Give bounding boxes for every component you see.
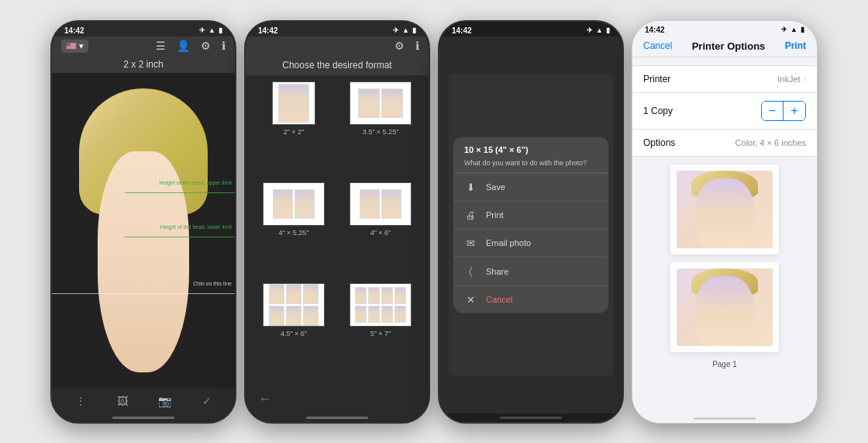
face-overlay: Height of the head, upper limit Height o… — [52, 73, 235, 389]
format-label-35x525: 3.5" × 5.25" — [363, 128, 399, 136]
check-icon[interactable]: ✓ — [202, 395, 212, 407]
chin-label: Chin on this line — [193, 281, 232, 286]
time-1: 14:42 — [64, 26, 84, 35]
format-title-label: Choose the desired format — [282, 60, 391, 71]
home-indicator-4 — [694, 417, 756, 420]
wifi-icon-2: ▲ — [402, 26, 409, 34]
inner-35x525 — [358, 88, 403, 118]
battery-icon: ▮ — [219, 26, 222, 34]
gallery-icon[interactable]: 🖼 — [117, 395, 128, 407]
home-indicator-3 — [500, 417, 562, 419]
format-thumb-2x2 — [272, 81, 315, 125]
action-share[interactable]: 〈 Share — [453, 257, 608, 286]
print-button[interactable]: Print — [785, 40, 806, 51]
back-arrow-icon: ← — [258, 391, 272, 407]
print-nav: Cancel Printer Options Print — [632, 36, 817, 57]
wifi-icon-4: ▲ — [790, 26, 797, 33]
status-bar-2: 14:42 ✈ ▲ ▮ — [246, 22, 429, 36]
mini-face-5f — [368, 306, 380, 323]
mini-face-45a — [269, 284, 284, 304]
time-4: 14:42 — [645, 26, 665, 34]
save-label: Save — [486, 182, 505, 192]
preview-page-2 — [670, 262, 779, 352]
format-label-2x2: 2" × 2" — [284, 128, 305, 136]
screen2-phone: 14:42 ✈ ▲ ▮ ⚙ ℹ Choose the desired forma… — [244, 20, 430, 424]
info-icon-2[interactable]: ℹ — [415, 40, 419, 52]
mini-face-45e — [286, 306, 301, 326]
format-label-45x6: 4.5" × 6" — [281, 330, 307, 337]
time-3: 14:42 — [452, 26, 472, 35]
action-email[interactable]: ✉ Email photo — [453, 229, 608, 257]
cancel-button[interactable]: Cancel — [643, 40, 672, 51]
camera-icon[interactable]: 📷 — [158, 395, 171, 407]
screen4-phone: 14:42 ✈ ▲ ▮ Cancel Printer Options Print… — [632, 20, 818, 424]
share-label: Share — [486, 266, 508, 275]
settings-icon[interactable]: ⚙ — [201, 40, 211, 52]
plane-icon-3: ✈ — [587, 26, 593, 34]
app-bar-1: 🇺🇸 ▾ ☰ 👤 ⚙ ℹ — [52, 36, 235, 56]
battery-icon-3: ▮ — [606, 26, 610, 34]
options-row[interactable]: Options Color, 4 × 6 inches — [632, 130, 817, 157]
mini-face-35a — [358, 88, 380, 118]
mini-face-5d — [394, 287, 406, 304]
inner-4x6 — [360, 189, 401, 219]
status-icons-2: ✈ ▲ ▮ — [393, 26, 416, 34]
printer-label: Printer — [643, 74, 670, 85]
minus-button[interactable]: − — [762, 102, 784, 120]
chevron-icon: › — [804, 74, 806, 83]
modal-title: 10 × 15 (4" × 6") — [453, 137, 608, 157]
inner-4x525 — [273, 189, 315, 219]
home-indicator-1 — [112, 417, 174, 419]
action-save[interactable]: ⬇ Save — [453, 173, 608, 201]
status-icons-3: ✈ ▲ ▮ — [587, 26, 610, 34]
plane-icon-2: ✈ — [393, 26, 399, 34]
more-icon[interactable]: ⋮ — [75, 395, 86, 407]
print-preview: Page 1 — [632, 157, 817, 376]
screen3-content: 10 × 15 (4" × 6") What do you want to do… — [439, 36, 622, 414]
format-item-45x6[interactable]: 4.5" × 6" — [253, 283, 334, 378]
format-item-5x7[interactable]: 5" × 7" — [340, 283, 421, 378]
info-icon[interactable]: ℹ — [222, 40, 226, 52]
guide-upper-line — [125, 192, 235, 193]
printer-value: InkJet › — [777, 74, 806, 84]
flag-button[interactable]: 🇺🇸 ▾ — [61, 40, 88, 53]
flag-icon: 🇺🇸 — [66, 41, 77, 51]
printer-options-title: Printer Options — [692, 40, 766, 52]
settings-icon-2[interactable]: ⚙ — [394, 40, 405, 52]
preview-photo-1 — [677, 171, 773, 248]
mini-face-35b — [381, 88, 403, 118]
printer-name: InkJet — [777, 74, 800, 84]
status-bar-1: 14:42 ✈ ▲ ▮ — [52, 22, 235, 36]
app-bar-2: ⚙ ℹ — [246, 36, 429, 55]
mini-face-5a — [355, 287, 367, 304]
battery-icon-2: ▮ — [412, 26, 416, 34]
nav-back-2[interactable]: ← — [246, 385, 429, 414]
title-bar-1: 2 x 2 inch — [52, 56, 235, 73]
printer-row[interactable]: Printer InkJet › — [632, 65, 817, 93]
mini-face-2x2 — [279, 85, 308, 122]
mini-face-5b — [368, 287, 380, 304]
preview-face-2 — [696, 276, 753, 346]
battery-icon-4: ▮ — [801, 26, 804, 33]
bottom-bar-1: ⋮ 🖼 📷 ✓ — [52, 389, 235, 414]
format-item-2x2[interactable]: 2" × 2" — [253, 81, 334, 176]
format-item-4x6[interactable]: 4" × 6" — [340, 182, 421, 277]
plus-button[interactable]: + — [784, 102, 805, 120]
action-print[interactable]: 🖨 Print — [453, 201, 608, 229]
format-thumb-35x525 — [350, 81, 412, 125]
format-thumb-45x6 — [263, 283, 325, 327]
format-item-35x525[interactable]: 3.5" × 5.25" — [340, 81, 421, 176]
mini-face-5c — [381, 287, 393, 304]
guide-upper-label: Height of the head, upper limit — [160, 180, 232, 185]
screen4: 14:42 ✈ ▲ ▮ Cancel Printer Options Print… — [632, 21, 817, 423]
preview-page-1 — [670, 164, 779, 254]
chin-line — [52, 293, 235, 294]
person-icon[interactable]: 👤 — [177, 40, 190, 52]
format-thumb-5x7 — [350, 283, 412, 327]
inner-45x6 — [267, 284, 321, 326]
cancel-icon: ✕ — [464, 293, 477, 305]
message-icon[interactable]: ☰ — [156, 40, 166, 52]
preview-face-1 — [696, 178, 753, 248]
action-cancel[interactable]: ✕ Cancel — [453, 286, 608, 313]
format-item-4x525[interactable]: 4" × 5.25" — [253, 182, 334, 277]
